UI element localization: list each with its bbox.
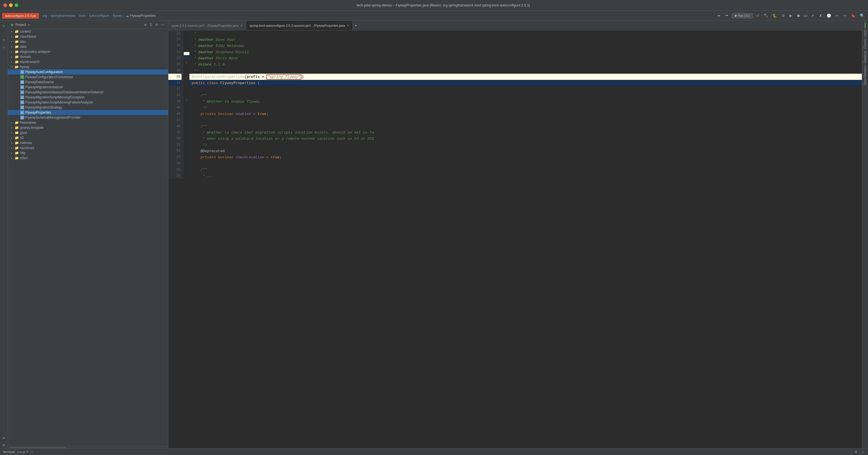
code-lines: * * @author Dave Syer * @author Eddú Mel…: [189, 30, 862, 179]
tab-flyway-253[interactable]: spring-boot-autoconfigure-2.5.3-sources.…: [246, 21, 353, 30]
sidebar-commit-icon[interactable]: C: [1, 44, 7, 51]
tab-close-242[interactable]: ✕: [240, 24, 243, 27]
tree-item-FlywayMigrationInitializer[interactable]: C FlywayMigrationInitializer: [8, 85, 168, 90]
breadcrumb-flyway[interactable]: flyway: [113, 14, 122, 18]
tree-item-groovy-template[interactable]: 📁 groovy.template: [8, 125, 168, 130]
tree-item-diagnostics[interactable]: 📁 diagnostics.analyzer: [8, 49, 168, 54]
interface-icon-FlywayConfigCustomizer: I: [20, 75, 24, 79]
more-button[interactable]: ⚙: [780, 13, 786, 19]
code-editor[interactable]: 33 34 35 36 37 38 39 40 41 42 43 44 45 4…: [168, 30, 862, 448]
line-num-54: 54: [168, 160, 182, 166]
tree-item-FlywayDataSource[interactable]: @ FlywayDataSource: [8, 79, 168, 85]
tree-label-elasticsearch: elasticsearch: [20, 60, 166, 64]
refresh-button[interactable]: ↺: [754, 13, 761, 19]
tree-item-flyway[interactable]: 📂 flyway: [8, 64, 168, 69]
build-button[interactable]: 🔨: [762, 13, 770, 19]
code-line-36: * @author Stephane Nicoll: [189, 49, 862, 55]
tree-item-FlywayAutoConfiguration[interactable]: C FlywayAutoConfiguration: [8, 69, 168, 74]
breadcrumb-autoconfigure[interactable]: autoconfigure: [89, 14, 109, 18]
code-line-54: [189, 160, 862, 166]
panel-settings-button[interactable]: ⚙: [154, 23, 159, 27]
tree-item-FlywayConfigurationCustomizer[interactable]: I FlywayConfigurationCustomizer: [8, 74, 168, 79]
navigate-back-button[interactable]: ⬅: [716, 13, 722, 19]
tree-item-FlywayMigScriptMissingEx[interactable]: C FlywayMigrationScriptMissingException: [8, 95, 168, 100]
tree-item-couchbase[interactable]: 📁 couchbase: [8, 34, 168, 39]
sidebar-label-classi[interactable]: classi: [864, 29, 867, 38]
panel-expand-button[interactable]: ⇅: [149, 23, 153, 27]
file-tree: 📁 context 📁 couchbase 📁 dao 📁 data: [8, 29, 168, 447]
tree-item-FlywaySchemaManagementProvider[interactable]: C FlywaySchemaManagementProvider: [8, 115, 168, 120]
stop-button[interactable]: ⏹: [795, 13, 802, 19]
tree-item-FlywayMigScriptMissingFA[interactable]: C FlywayMigrationScriptMissingFailureAna…: [8, 100, 168, 105]
tree-arrow-hateoas: [10, 141, 13, 144]
redo-button[interactable]: ↪: [842, 13, 848, 19]
git-check-button[interactable]: ✔: [810, 13, 816, 19]
panel-header: ◼ Project ▾ ⊕ ⇅ ⚙ —: [8, 21, 168, 29]
tabs-overflow-button[interactable]: ▾: [353, 24, 359, 28]
panel-caret[interactable]: ▾: [28, 23, 30, 26]
sidebar-web-icon[interactable]: W: [1, 442, 7, 448]
bottom-settings-button[interactable]: ⚙: [854, 450, 859, 454]
tree-item-FlywayMigrationInitializerDBDetector[interactable]: C FlywayMigrationInitializerDatabaseInit…: [8, 90, 168, 95]
breadcrumb-current[interactable]: FlywayProperties: [130, 14, 156, 18]
search-button[interactable]: 🔍: [859, 13, 866, 19]
tree-item-h2[interactable]: 📁 h2: [8, 135, 168, 140]
terminal-add-button[interactable]: +: [31, 450, 33, 454]
window-title: tech-pdai-spring-demos – FlywayPropertie…: [22, 3, 865, 7]
close-button[interactable]: [3, 3, 7, 7]
tree-label-hateoas: hateoas: [20, 141, 166, 145]
sidebar-label-database[interactable]: Database: [864, 50, 867, 64]
bookmark-button[interactable]: 🔖: [849, 13, 857, 19]
terminal-close-button[interactable]: ✕: [26, 450, 29, 454]
panel-locate-button[interactable]: ⊕: [143, 23, 148, 27]
sidebar-label-bean-validation[interactable]: Bean Validation: [864, 64, 867, 86]
breadcrumb-springframework[interactable]: springframework: [51, 14, 75, 18]
tree-item-gson[interactable]: 📁 gson: [8, 130, 168, 135]
tree-item-data[interactable]: 📁 data: [8, 44, 168, 49]
run-button[interactable]: ▶ App (31): [732, 13, 753, 18]
tree-label-flyway: flyway: [20, 65, 166, 69]
tree-item-dao[interactable]: 📁 dao: [8, 39, 168, 44]
sidebar-favorites-icon[interactable]: ★: [1, 435, 7, 441]
sidebar-label-commit[interactable]: Commit: [864, 38, 867, 50]
tree-item-influx[interactable]: 📁 influx: [8, 156, 168, 161]
window-controls[interactable]: [3, 3, 18, 7]
bottom-collapse-button[interactable]: ⤓: [861, 450, 865, 454]
tree-arrow-hazelcast: [10, 146, 13, 150]
jar-label[interactable]: autoconfigure-2.5.3.jar: [2, 13, 39, 19]
tree-item-domain[interactable]: 📁 domain: [8, 54, 168, 59]
tree-label-FlywaySchemaProvider: FlywaySchemaManagementProvider: [25, 116, 166, 120]
run2-button[interactable]: ▶: [788, 13, 794, 19]
breadcrumb-boot[interactable]: boot: [79, 14, 85, 18]
panel-hide-button[interactable]: —: [160, 23, 165, 27]
history-button[interactable]: 🕐: [825, 13, 833, 19]
navigate-forward-button[interactable]: ⮕: [724, 13, 730, 19]
tree-item-http[interactable]: 📁 http: [8, 151, 168, 156]
terminal-tab-local[interactable]: Local ✕: [18, 450, 29, 454]
folder-icon-hateoas: 📁: [14, 141, 19, 145]
undo-button[interactable]: ↩: [834, 13, 840, 19]
tree-item-context[interactable]: 📁 context: [8, 29, 168, 34]
line-num-37: 37: [168, 55, 182, 61]
tree-item-freemarker[interactable]: 📁 freemarker: [8, 120, 168, 125]
sidebar-icons: P S C ★ W: [0, 21, 8, 448]
tab-close-253[interactable]: ✕: [347, 24, 349, 27]
tree-label-FlywayMigInitializer: FlywayMigrationInitializer: [25, 85, 166, 89]
tree-label-freemarker: freemarker: [20, 121, 166, 125]
tab-flyway-242[interactable]: igure-2.4.2-sources.jar!/…/FlywayPropert…: [168, 21, 246, 30]
minimize-button[interactable]: [9, 3, 13, 7]
tree-item-hazelcast[interactable]: 📁 hazelcast: [8, 145, 168, 151]
debug-button[interactable]: 🐛: [771, 13, 778, 19]
tree-item-FlywayProperties[interactable]: C FlywayProperties: [8, 110, 168, 115]
sidebar-structure-icon[interactable]: S: [1, 37, 7, 43]
line-num-51: 51: [168, 142, 182, 148]
tree-item-elasticsearch[interactable]: 📁 elasticsearch: [8, 59, 168, 64]
code-line-33: *: [189, 30, 862, 37]
line-num-50: 50: [168, 135, 182, 142]
tree-item-hateoas[interactable]: 📁 hateoas: [8, 140, 168, 145]
breadcrumb-org[interactable]: org: [42, 14, 47, 18]
maximize-button[interactable]: [14, 3, 18, 7]
git-cross-button[interactable]: ✘: [817, 13, 824, 19]
sidebar-project-icon[interactable]: P: [1, 23, 7, 29]
tree-item-FlywayMigrationStrategy[interactable]: C FlywayMigrationStrategy: [8, 105, 168, 110]
